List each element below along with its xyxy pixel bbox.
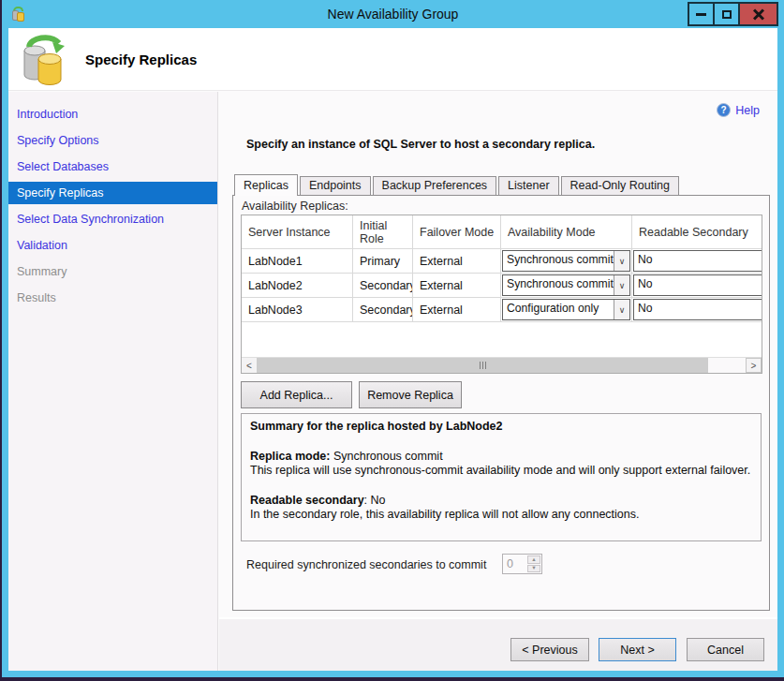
stepper-down-icon[interactable]: ▼ <box>527 565 540 573</box>
wizard-window: New Availability Group Specify Replicas … <box>2 0 784 677</box>
sidebar-item-summary: Summary <box>8 260 217 283</box>
availability-replicas-grid: Server Instance Initial Role Failover Mo… <box>241 215 762 374</box>
col-header-server-instance: Server Instance <box>242 215 353 248</box>
minimize-icon <box>696 13 706 16</box>
readable-secondary-line: Readable secondary: No <box>250 494 752 509</box>
sidebar-item-select-databases[interactable]: Select Databases <box>8 155 217 178</box>
chevron-down-icon[interactable]: ∨ <box>614 275 629 295</box>
col-header-availability-mode: Availability Mode <box>501 215 632 248</box>
cell-server-instance: LabNode2 <box>242 274 353 297</box>
replica-summary-box: Summary for the replica hosted by LabNod… <box>241 413 762 541</box>
window-title: New Availability Group <box>2 0 784 28</box>
remove-replica-button[interactable]: Remove Replica <box>359 381 462 408</box>
col-header-failover-mode: Failover Mode <box>413 215 501 248</box>
thumb-grip-icon <box>482 362 483 369</box>
stepper-up-icon[interactable]: ▲ <box>527 555 540 564</box>
help-link[interactable]: ? Help <box>717 103 760 117</box>
sidebar-item-introduction[interactable]: Introduction <box>8 103 217 126</box>
minimize-button[interactable] <box>688 2 715 26</box>
title-bar: New Availability Group <box>2 0 784 28</box>
replica-mode-description: This replica will use synchronous-commit… <box>250 464 752 479</box>
wizard-header: Specify Replicas <box>8 28 777 91</box>
cell-initial-role: Primary <box>353 249 413 273</box>
cell-initial-role: Secondary <box>353 274 413 297</box>
previous-button[interactable]: < Previous <box>510 638 589 661</box>
close-button[interactable] <box>738 2 778 26</box>
scrollbar-thumb[interactable] <box>257 358 708 373</box>
scroll-left-button[interactable]: < <box>242 358 257 373</box>
svg-text:?: ? <box>721 105 727 115</box>
close-icon <box>752 8 765 20</box>
maximize-icon <box>722 10 732 19</box>
cell-server-instance: LabNode3 <box>242 298 353 321</box>
availability-replicas-label: Availability Replicas: <box>242 200 348 213</box>
help-icon: ? <box>717 103 731 117</box>
cell-failover-mode: External <box>413 274 501 297</box>
replicas-tab-page: Availability Replicas: Server Instance I… <box>232 195 770 611</box>
sidebar-item-specify-options[interactable]: Specify Options <box>8 129 217 152</box>
page-title: Specify Replicas <box>85 52 197 67</box>
add-replica-button[interactable]: Add Replica... <box>241 381 352 408</box>
col-header-readable-secondary: Readable Secondary <box>632 215 762 248</box>
replicas-database-icon <box>21 35 69 85</box>
horizontal-scrollbar[interactable]: < > <box>242 357 762 373</box>
sidebar-item-specify-replicas[interactable]: Specify Replicas <box>8 182 217 204</box>
replica-mode-line: Replica mode: Synchronous commit <box>250 450 752 465</box>
scroll-right-button[interactable]: > <box>746 358 762 373</box>
wizard-steps-sidebar: Introduction Specify Options Select Data… <box>8 92 218 671</box>
main-panel: ? Help Specify an instance of SQL Server… <box>219 92 777 671</box>
wizard-footer: < Previous Next > Cancel <box>219 617 777 671</box>
thumb-grip-icon <box>485 362 486 369</box>
thumb-grip-icon <box>480 362 481 369</box>
availability-mode-dropdown[interactable]: Synchronous commit ∨ <box>502 274 630 296</box>
table-row[interactable]: LabNode1 Primary External Synchronous co… <box>242 249 762 274</box>
window-body: Specify Replicas Introduction Specify Op… <box>8 28 777 671</box>
tab-backup-preferences[interactable]: Backup Preferences <box>373 176 497 195</box>
stepper-buttons: ▲ ▼ <box>526 555 541 573</box>
cell-failover-mode: External <box>413 249 501 273</box>
instruction-text: Specify an instance of SQL Server to hos… <box>246 138 595 151</box>
availability-mode-dropdown[interactable]: Synchronous commit ∨ <box>502 250 630 272</box>
replica-tab-control: Replicas Endpoints Backup Preferences Li… <box>232 173 770 611</box>
readable-secondary-dropdown[interactable]: No <box>633 250 762 272</box>
sidebar-item-validation[interactable]: Validation <box>8 234 217 257</box>
availability-mode-dropdown[interactable]: Configuration only ∨ <box>502 299 630 320</box>
stepper-value: 0 <box>503 555 526 573</box>
tab-read-only-routing[interactable]: Read-Only Routing <box>561 176 679 195</box>
tab-strip: Replicas Endpoints Backup Preferences Li… <box>232 173 770 195</box>
scrollbar-track[interactable] <box>708 358 746 373</box>
maximize-button[interactable] <box>713 2 740 26</box>
sidebar-item-results: Results <box>8 287 217 309</box>
required-secondaries-stepper[interactable]: 0 ▲ ▼ <box>502 554 542 574</box>
grid-header-row: Server Instance Initial Role Failover Mo… <box>242 215 762 249</box>
grid-empty-area <box>242 322 762 357</box>
table-row[interactable]: LabNode3 Secondary External Configuratio… <box>242 298 762 322</box>
table-row[interactable]: LabNode2 Secondary External Synchronous … <box>242 274 762 298</box>
help-label: Help <box>735 104 760 117</box>
summary-title: Summary for the replica hosted by LabNod… <box>250 420 752 435</box>
tab-endpoints[interactable]: Endpoints <box>300 176 371 195</box>
chevron-down-icon[interactable]: ∨ <box>614 300 629 319</box>
readable-secondary-dropdown[interactable]: No <box>633 299 762 320</box>
window-controls <box>689 2 778 26</box>
readable-secondary-dropdown[interactable]: No <box>633 274 762 296</box>
cell-failover-mode: External <box>413 298 501 321</box>
sidebar-item-data-sync[interactable]: Select Data Synchronization <box>8 208 217 230</box>
cell-server-instance: LabNode1 <box>242 249 353 273</box>
tab-replicas[interactable]: Replicas <box>234 174 298 196</box>
required-secondaries-label: Required synchronized secondaries to com… <box>246 558 486 571</box>
readable-secondary-description: In the secondary role, this availability… <box>250 508 752 523</box>
page-content: ? Help Specify an instance of SQL Server… <box>219 92 777 617</box>
cancel-button[interactable]: Cancel <box>687 638 764 661</box>
col-header-initial-role: Initial Role <box>353 215 413 248</box>
next-button[interactable]: Next > <box>599 638 676 661</box>
cell-initial-role: Secondary <box>353 298 413 321</box>
chevron-down-icon[interactable]: ∨ <box>614 251 629 271</box>
tab-listener[interactable]: Listener <box>498 176 558 195</box>
